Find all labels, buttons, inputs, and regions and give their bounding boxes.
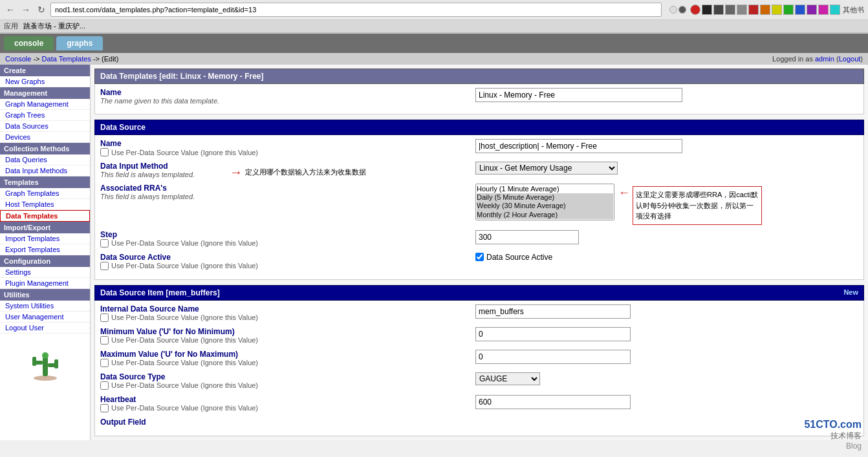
ds-name-row: Name Use Per-Data Source Value (Ignore t… — [100, 139, 858, 156]
internal-name-label-col: Internal Data Source Name Use Per-Data S… — [100, 304, 475, 322]
sidebar-item-data-templates[interactable]: Data Templates — [0, 210, 90, 222]
refresh-button[interactable]: ↻ — [35, 3, 48, 16]
sidebar-item-system-utilities[interactable]: System Utilities — [0, 301, 90, 312]
name-field-label-col: Name The name given to this data templat… — [100, 88, 475, 105]
step-label-col: Step Use Per-Data Source Value (Ignore t… — [100, 230, 475, 248]
max-value-input[interactable] — [475, 350, 631, 364]
ds-type-checkbox[interactable] — [100, 381, 109, 390]
content-area: Data Templates [edit: Linux - Memory - F… — [91, 65, 868, 440]
sidebar-item-export-templates[interactable]: Export Templates — [0, 244, 90, 255]
step-checkbox[interactable] — [100, 239, 109, 248]
color-dark-icon — [713, 5, 724, 15]
logged-in-user[interactable]: admin — [815, 55, 834, 63]
ds-type-cb-row: Use Per-Data Source Value (Ignore this V… — [100, 381, 475, 390]
dsi-body: Internal Data Source Name Use Per-Data S… — [94, 301, 864, 436]
data-source-body: Name Use Per-Data Source Value (Ignore t… — [94, 135, 864, 280]
heartbeat-input[interactable] — [475, 395, 631, 409]
data-input-annotation-text: 定义用哪个数据输入方法来为收集数据 — [245, 167, 366, 177]
breadcrumb-arrow1: -> — [33, 55, 39, 63]
color-blue-icon — [795, 5, 805, 15]
configuration-header: Configuration — [0, 255, 90, 267]
dsi-title-text: Data Source Item [mem_buffers] — [100, 288, 220, 297]
sidebar-item-new-graphs[interactable]: New Graphs — [0, 76, 90, 87]
breadcrumb-console[interactable]: Console — [5, 55, 31, 63]
data-input-select[interactable]: Linux - Get Memory Usage SNMP — [475, 162, 618, 175]
forward-button[interactable]: → — [19, 3, 32, 16]
sidebar-item-data-sources[interactable]: Data Sources — [0, 121, 90, 132]
breadcrumb-bar: Console -> Data Templates -> (Edit) Logg… — [0, 53, 868, 65]
ds-name-input[interactable] — [475, 139, 682, 153]
svg-point-6 — [42, 352, 49, 359]
color-purple-icon — [807, 5, 817, 15]
sidebar-item-settings[interactable]: Settings — [0, 267, 90, 278]
color-red2-icon — [748, 5, 759, 15]
ds-active-per-source-checkbox[interactable] — [100, 262, 109, 270]
breadcrumb-edit: (Edit) — [102, 55, 118, 63]
sidebar-item-data-queries[interactable]: Data Queries — [0, 154, 90, 165]
name-label: Name — [100, 88, 475, 97]
sidebar-item-host-templates[interactable]: Host Templates — [0, 199, 90, 210]
step-row: Step Use Per-Data Source Value (Ignore t… — [100, 230, 858, 248]
max-value-label: Maximum Value ('U' for No Maximum) — [100, 350, 475, 359]
min-value-input-col — [475, 327, 858, 341]
rra-row: Associated RRA's This field is always te… — [100, 184, 858, 225]
sidebar-item-graph-templates[interactable]: Graph Templates — [0, 188, 90, 199]
min-value-label-col: Minimum Value ('U' for No Minimum) Use P… — [100, 327, 475, 345]
main-layout: Create New Graphs Management Graph Manag… — [0, 65, 868, 440]
ds-type-select[interactable]: GAUGE COUNTER DERIVE ABSOLUTE — [475, 372, 540, 385]
sidebar-item-import-templates[interactable]: Import Templates — [0, 233, 90, 244]
heartbeat-row: Heartbeat Use Per-Data Source Value (Ign… — [100, 395, 858, 412]
sidebar-item-data-input-methods[interactable]: Data Input Methods — [0, 165, 90, 176]
heartbeat-input-col — [475, 395, 858, 409]
breadcrumb-data-templates[interactable]: Data Templates — [42, 55, 91, 63]
min-value-input[interactable] — [475, 327, 631, 341]
sidebar-item-logout-user[interactable]: Logout User — [0, 323, 90, 334]
name-field-row: Name The name given to this data templat… — [100, 88, 858, 105]
dot2-icon — [678, 6, 686, 14]
step-input[interactable] — [475, 230, 579, 244]
other-bookmarks: 其他书 — [843, 5, 864, 15]
ds-type-label: Data Source Type — [100, 372, 475, 381]
max-value-checkbox[interactable] — [100, 359, 109, 367]
ds-type-cb-label: Use Per-Data Source Value (Ignore this V… — [111, 381, 258, 389]
internal-name-label: Internal Data Source Name — [100, 304, 475, 314]
sidebar-item-user-management[interactable]: User Management — [0, 312, 90, 323]
graphs-tab[interactable]: graphs — [56, 36, 103, 50]
dot-icon — [669, 6, 677, 14]
sidebar-item-graph-management[interactable]: Graph Management — [0, 99, 90, 110]
ds-active-checkbox[interactable] — [475, 253, 484, 261]
ds-name-label-col: Name Use Per-Data Source Value (Ignore t… — [100, 139, 475, 156]
back-button[interactable]: ← — [4, 3, 17, 16]
sidebar-item-graph-trees[interactable]: Graph Trees — [0, 110, 90, 121]
step-cb-row: Use Per-Data Source Value (Ignore this V… — [100, 239, 475, 248]
ds-name-checkbox[interactable] — [100, 148, 109, 156]
page-title: Data Templates [edit: Linux - Memory - F… — [94, 69, 864, 84]
url-bar[interactable] — [50, 3, 662, 17]
dsi-new-link[interactable]: New — [843, 288, 858, 297]
console-tab[interactable]: console — [4, 36, 54, 50]
data-input-annotation-row: → 定义用哪个数据输入方法来为收集数据 — [230, 165, 366, 180]
internal-name-input-col — [475, 304, 858, 319]
min-value-cb-label: Use Per-Data Source Value (Ignore this V… — [111, 336, 258, 344]
min-value-checkbox[interactable] — [100, 336, 109, 345]
svg-rect-3 — [32, 357, 36, 366]
name-field-input-col — [475, 88, 858, 102]
rra-option-daily: Daily (5 Minute Average) — [477, 193, 613, 202]
name-input[interactable] — [475, 88, 682, 102]
sidebar-item-devices[interactable]: Devices — [0, 132, 90, 143]
name-section: Name The name given to this data templat… — [94, 84, 864, 114]
browser-toolbar: ← → ↻ 其他书 — [0, 0, 868, 20]
watermark-tech: 技术博客 — [804, 430, 862, 440]
logout-link[interactable]: Logout — [839, 55, 861, 63]
dsi-section-title: Data Source Item [mem_buffers] New — [94, 285, 864, 301]
rra-multiselect[interactable]: Hourly (1 Minute Average) Daily (5 Minut… — [475, 184, 614, 220]
sidebar-item-plugin-management[interactable]: Plugin Management — [0, 278, 90, 289]
internal-name-input[interactable] — [475, 304, 631, 319]
heartbeat-cb-row: Use Per-Data Source Value (Ignore this V… — [100, 404, 475, 412]
internal-name-checkbox[interactable] — [100, 314, 109, 322]
internal-name-cb-label: Use Per-Data Source Value (Ignore this V… — [111, 314, 258, 321]
ds-name-label: Name — [100, 139, 475, 148]
heartbeat-checkbox[interactable] — [100, 404, 109, 412]
rra-option-monthly: Monthly (2 Hour Average) — [477, 211, 613, 219]
rra-select-col: Hourly (1 Minute Average) Daily (5 Minut… — [475, 184, 858, 225]
